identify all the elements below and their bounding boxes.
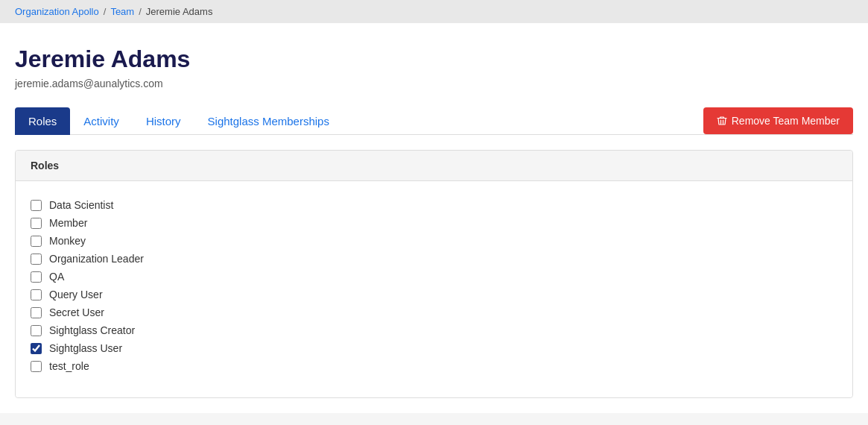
- role-item-sightglass_user: Sightglass User: [31, 339, 837, 357]
- tabs-container: Roles Activity History Sightglass Member…: [15, 107, 343, 134]
- tab-history[interactable]: History: [133, 107, 194, 135]
- role-label-data_scientist[interactable]: Data Scientist: [49, 199, 113, 211]
- remove-team-member-button[interactable]: Remove Team Member: [703, 107, 853, 134]
- user-email: jeremie.adams@aunalytics.com: [15, 78, 853, 89]
- role-item-member: Member: [31, 214, 837, 232]
- role-checkbox-sightglass_creator[interactable]: [31, 325, 42, 336]
- role-label-secret_user[interactable]: Secret User: [49, 306, 104, 318]
- role-checkbox-sightglass_user[interactable]: [31, 343, 42, 354]
- role-label-monkey[interactable]: Monkey: [49, 235, 86, 247]
- role-checkbox-organization_leader[interactable]: [31, 254, 42, 265]
- remove-team-member-label: Remove Team Member: [732, 115, 840, 127]
- breadcrumb: Organization Apollo / Team / Jeremie Ada…: [0, 0, 868, 23]
- role-checkbox-data_scientist[interactable]: [31, 200, 42, 211]
- role-label-sightglass_creator[interactable]: Sightglass Creator: [49, 324, 135, 336]
- breadcrumb-sep1: /: [104, 6, 107, 17]
- role-item-test_role: test_role: [31, 357, 837, 375]
- role-item-qa: QA: [31, 268, 837, 286]
- breadcrumb-team-link[interactable]: Team: [110, 6, 134, 17]
- tab-roles[interactable]: Roles: [15, 107, 70, 135]
- role-label-organization_leader[interactable]: Organization Leader: [49, 253, 144, 265]
- breadcrumb-org-link[interactable]: Organization Apollo: [15, 6, 99, 17]
- role-item-sightglass_creator: Sightglass Creator: [31, 321, 837, 339]
- breadcrumb-sep2: /: [139, 6, 142, 17]
- role-item-data_scientist: Data Scientist: [31, 196, 837, 214]
- user-name: Jeremie Adams: [15, 45, 853, 73]
- tab-bar: Roles Activity History Sightglass Member…: [15, 107, 853, 135]
- roles-header: Roles: [16, 151, 852, 181]
- role-label-test_role[interactable]: test_role: [49, 360, 89, 372]
- role-label-query_user[interactable]: Query User: [49, 289, 103, 300]
- role-label-member[interactable]: Member: [49, 217, 87, 229]
- role-item-monkey: Monkey: [31, 232, 837, 250]
- role-checkbox-qa[interactable]: [31, 271, 42, 283]
- role-label-qa[interactable]: QA: [49, 271, 64, 283]
- role-item-organization_leader: Organization Leader: [31, 250, 837, 268]
- roles-section: Roles Data ScientistMemberMonkeyOrganiza…: [15, 150, 853, 398]
- role-checkbox-member[interactable]: [31, 218, 42, 229]
- role-item-query_user: Query User: [31, 286, 837, 303]
- role-checkbox-secret_user[interactable]: [31, 307, 42, 318]
- role-checkbox-monkey[interactable]: [31, 236, 42, 247]
- main-content: Jeremie Adams jeremie.adams@aunalytics.c…: [0, 23, 868, 413]
- role-checkbox-test_role[interactable]: [31, 361, 42, 372]
- tab-sightglass-memberships[interactable]: Sightglass Memberships: [194, 107, 343, 135]
- role-label-sightglass_user[interactable]: Sightglass User: [49, 342, 122, 354]
- role-checkbox-query_user[interactable]: [31, 289, 42, 300]
- role-item-secret_user: Secret User: [31, 303, 837, 321]
- breadcrumb-current: Jeremie Adams: [146, 6, 213, 17]
- roles-body: Data ScientistMemberMonkeyOrganization L…: [16, 181, 852, 397]
- trash-icon: [717, 116, 727, 126]
- tab-activity[interactable]: Activity: [70, 107, 133, 135]
